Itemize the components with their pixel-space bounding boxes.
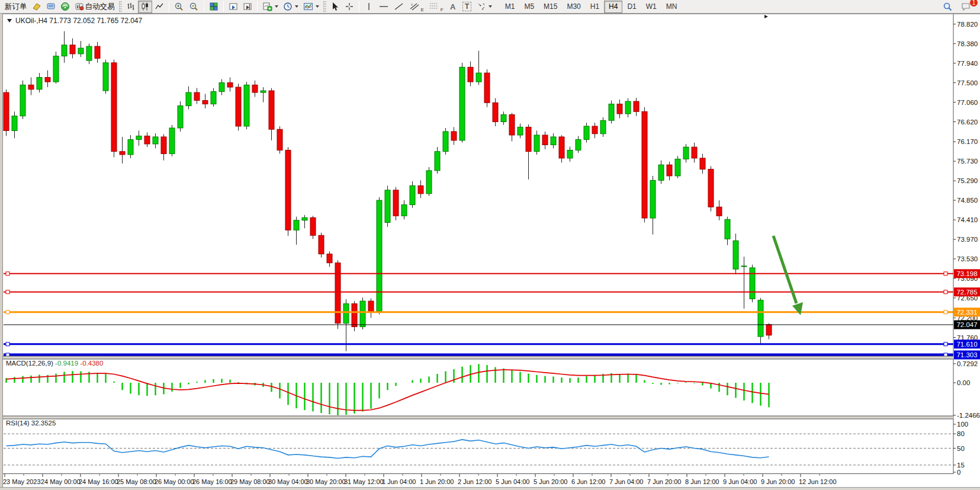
timeframe-button-m1[interactable]: M1: [500, 1, 520, 13]
bull-candle: [103, 63, 108, 91]
bear-candle: [277, 129, 282, 150]
hline-button[interactable]: [376, 1, 391, 13]
bar-chart-button[interactable]: [124, 1, 138, 13]
fibonacci-button[interactable]: F: [426, 1, 446, 13]
timeframe-button-w1[interactable]: W1: [641, 1, 661, 13]
timeframe-button-d1[interactable]: D1: [622, 1, 641, 13]
bull-candle: [377, 200, 382, 311]
signals-button[interactable]: [58, 1, 72, 13]
macd-name: MACD(12,26,9): [6, 360, 53, 367]
trendline-icon: [394, 2, 404, 11]
chart-shift-button[interactable]: [240, 1, 255, 13]
chart-canvas[interactable]: 78.82078.38077.94077.50077.06076.62076.1…: [0, 0, 980, 490]
cursor-button[interactable]: [328, 1, 342, 13]
terminal-button[interactable]: [44, 1, 58, 13]
bull-candle: [476, 73, 481, 82]
hline-handle[interactable]: [944, 310, 947, 314]
arrows-button[interactable]: [474, 1, 494, 13]
time-axis-label: 7 Jun 20:00: [647, 478, 682, 485]
timeframe-button-m15[interactable]: M15: [539, 1, 562, 13]
timeframe-button-h4[interactable]: H4: [604, 1, 622, 13]
autotrade-icon: [75, 2, 84, 11]
bear-candle: [335, 263, 340, 324]
bull-candle: [211, 92, 216, 104]
timeframe-button-m30[interactable]: M30: [562, 1, 585, 13]
bull-candle: [12, 116, 17, 131]
hline-handle[interactable]: [944, 290, 947, 294]
time-axis-label: 6 Jun 12:00: [571, 478, 606, 485]
text-icon: A: [450, 2, 455, 11]
bear-candle: [28, 85, 34, 89]
macd-indicator-label: MACD(12,26,9) -0.9419 -0.4380: [6, 360, 103, 367]
fibonacci-icon: [429, 2, 439, 11]
panel-separator[interactable]: [0, 416, 953, 419]
timeframe-button-mn[interactable]: MN: [661, 1, 682, 13]
search-button[interactable]: [940, 1, 955, 13]
vertical-line-icon: [365, 2, 373, 11]
zoom-in-button[interactable]: [172, 1, 187, 13]
new-order-button[interactable]: 新订单: [2, 1, 30, 13]
candle-chart-button[interactable]: [138, 1, 152, 13]
macd-signal-value: -0.4380: [80, 360, 103, 367]
time-axis-label: 2 Jun 12:00: [458, 478, 492, 485]
hline-handle[interactable]: [6, 272, 9, 276]
timeframe-button-m5[interactable]: M5: [519, 1, 539, 13]
bear-candle: [708, 169, 714, 207]
notifications-button[interactable]: 1: [959, 1, 974, 13]
bear-candle: [509, 115, 515, 135]
hline-handle[interactable]: [6, 342, 9, 346]
macd-tick-label: 0.00: [957, 379, 970, 386]
panel-separator[interactable]: [0, 356, 953, 359]
bull-candle: [675, 159, 680, 175]
bear-candle: [716, 207, 722, 216]
bear-candle: [484, 73, 490, 103]
bear-candle: [111, 63, 117, 152]
trendline-button[interactable]: [391, 1, 407, 13]
bull-candle: [37, 78, 42, 89]
time-axis-label: 7 Jun 04:00: [609, 478, 644, 485]
tile-windows-button[interactable]: [207, 1, 221, 13]
hline-handle[interactable]: [944, 272, 947, 276]
bear-candle: [252, 85, 258, 92]
bull-candle: [758, 300, 763, 337]
toolbar-right-group: 1: [940, 1, 978, 13]
bull-candle: [62, 45, 67, 56]
bull-candle: [741, 266, 747, 267]
channel-button[interactable]: E: [407, 1, 426, 13]
price-tick-label: 73.530: [957, 255, 978, 262]
bear-candle: [45, 78, 50, 82]
zoom-out-button[interactable]: [187, 1, 201, 13]
time-axis-label: 9 Jun 04:00: [723, 478, 757, 485]
hline-handle[interactable]: [6, 310, 9, 314]
template-icon: [303, 2, 313, 11]
horizontal-line-icon: [378, 2, 389, 11]
hline-handle[interactable]: [944, 342, 947, 346]
chevron-down-icon: [316, 5, 319, 8]
price-tick-label: 78.380: [957, 40, 978, 47]
price-line-label: 71.303: [956, 351, 977, 358]
new-order-icon-button[interactable]: [30, 1, 44, 13]
bear-candle: [667, 165, 672, 176]
autotrade-button[interactable]: 自动交易: [72, 1, 117, 13]
period-button[interactable]: [281, 1, 301, 13]
bull-candle: [551, 137, 556, 145]
zoom-in-icon: [174, 2, 184, 12]
template-button[interactable]: [301, 1, 322, 13]
price-tick-label: 77.940: [957, 60, 978, 67]
new-order-icon: [32, 2, 41, 11]
auto-scroll-button[interactable]: [226, 1, 240, 13]
crosshair-button[interactable]: [342, 1, 356, 13]
hline-handle[interactable]: [6, 290, 9, 294]
bear-candle: [692, 147, 697, 158]
line-chart-button[interactable]: [152, 1, 166, 13]
macd-tick-label: 0.7292: [957, 360, 978, 367]
window-left-edge: [0, 14, 3, 490]
bull-candle: [53, 56, 59, 82]
new-chart-button[interactable]: [260, 1, 281, 13]
bear-candle: [592, 126, 597, 134]
bear-candle: [368, 301, 374, 312]
timeframe-button-h1[interactable]: H1: [586, 1, 604, 13]
text-label-button[interactable]: T: [460, 1, 474, 13]
vline-button[interactable]: [362, 1, 376, 13]
text-button[interactable]: A: [446, 1, 460, 13]
